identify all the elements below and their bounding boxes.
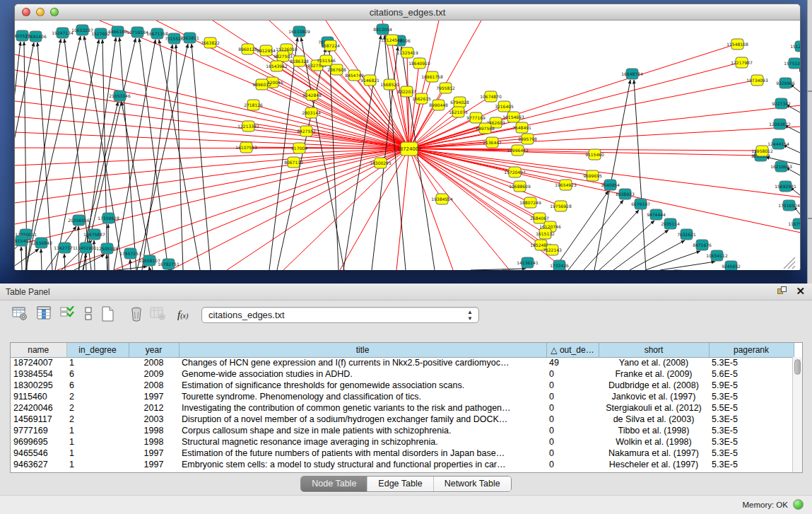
cell-short[interactable]: de Silva et al. (2003)	[599, 414, 709, 425]
cell-year[interactable]: 1998	[129, 425, 179, 436]
cell-out_de[interactable]: 0	[546, 391, 599, 402]
cell-in_degree[interactable]: 1	[66, 425, 129, 436]
cell-name[interactable]: 9115460	[11, 391, 66, 402]
graph-node[interactable]: 1621075	[449, 107, 468, 117]
graph-node[interactable]: 12156843	[30, 238, 52, 248]
cell-title[interactable]: Estimation of significance thresholds fo…	[179, 380, 546, 391]
tab-node-table[interactable]: Node Table	[301, 477, 367, 491]
graph-node[interactable]: 6679197	[631, 199, 650, 209]
cell-in_degree[interactable]: 2	[66, 391, 129, 402]
column-header-year[interactable]: year	[129, 343, 179, 357]
column-header-pagerank[interactable]: pagerank	[709, 343, 794, 357]
table-row[interactable]: 969969511998Structural magnetic resonanc…	[11, 436, 794, 448]
cell-in_degree[interactable]: 1	[66, 436, 129, 448]
table-row[interactable]: 946554611997Estimation of the future num…	[11, 448, 794, 459]
graph-node[interactable]: 1527602	[91, 28, 110, 39]
cell-in_degree[interactable]: 1	[66, 357, 129, 368]
cell-out_de[interactable]: 0	[546, 414, 599, 425]
graph-node[interactable]: 8813054	[373, 24, 392, 35]
cell-pagerank[interactable]: 5.9E-5	[709, 380, 794, 391]
graph-node[interactable]: 16107553	[235, 142, 257, 153]
cell-pagerank[interactable]: 5.3E-5	[709, 391, 794, 402]
table-row[interactable]: 911546021997Tourette syndrome. Phenomeno…	[11, 391, 794, 402]
graph-node[interactable]: 16210643	[770, 161, 792, 172]
column-header-name[interactable]: name	[11, 343, 66, 357]
graph-node[interactable]: 11675309	[788, 218, 800, 229]
cell-title[interactable]: Genome-wide association studies in ADHD.	[179, 368, 546, 380]
graph-node[interactable]: 19654923	[555, 180, 577, 190]
cell-year[interactable]: 1998	[129, 436, 179, 448]
float-panel-icon[interactable]	[777, 286, 787, 296]
cell-title[interactable]: Investigating the contribution of common…	[179, 402, 546, 414]
row-select-icon[interactable]	[60, 306, 74, 324]
cell-out_de[interactable]: 0	[546, 368, 599, 380]
table-row[interactable]: 1456911722003Disruption of a novel membe…	[11, 414, 794, 425]
graph-node[interactable]: 2718126	[244, 100, 263, 110]
graph-node[interactable]: 15751074	[784, 58, 800, 69]
row-height-icon[interactable]	[85, 306, 93, 325]
cell-out_de[interactable]: 0	[546, 402, 599, 414]
node-table-grid[interactable]: namein_degreeyeartitle△ out_de…shortpage…	[11, 343, 794, 470]
table-row[interactable]: 1872400712008Changes of HCN gene express…	[11, 357, 794, 368]
graph-node[interactable]: 10154693	[502, 112, 524, 122]
cell-name[interactable]: 9699695	[11, 436, 66, 448]
graph-node[interactable]: 10653287	[71, 25, 93, 35]
cell-short[interactable]: Jankovic et al. (1997)	[599, 391, 709, 402]
cell-name[interactable]: 9777169	[11, 425, 66, 436]
table-vertical-scrollbar[interactable]	[792, 357, 802, 473]
delete-column-icon[interactable]	[129, 306, 143, 325]
cell-name[interactable]: 14569117	[11, 414, 66, 425]
tab-edge-table[interactable]: Edge Table	[367, 477, 433, 491]
table-row[interactable]: 1830029562008Estimation of significance …	[11, 380, 794, 391]
graph-node[interactable]: 10719184	[126, 27, 148, 37]
graph-node[interactable]: 10996442	[507, 145, 529, 156]
graph-node[interactable]: 16782751	[158, 259, 180, 269]
graph-node[interactable]: 10654112	[706, 250, 728, 261]
graph-node[interactable]: 11325419	[396, 47, 418, 58]
cell-year[interactable]: 1997	[129, 448, 179, 459]
cell-name[interactable]: 9463627	[11, 459, 66, 470]
graph-node[interactable]: 16033809	[288, 26, 310, 37]
cell-pagerank[interactable]: 5.3E-5	[709, 448, 794, 459]
cell-pagerank[interactable]: 5.3E-5	[709, 436, 794, 448]
graph-node[interactable]: 15720407	[504, 167, 526, 177]
cell-year[interactable]: 2008	[129, 357, 179, 368]
results-panel-edge[interactable]	[807, 0, 812, 284]
column-header-out_de[interactable]: △ out_de…	[546, 343, 599, 357]
cell-pagerank[interactable]: 5.5E-5	[709, 402, 794, 414]
cell-short[interactable]: Stergiakouli et al. (2012)	[599, 402, 709, 414]
graph-node[interactable]: 6794028	[450, 97, 469, 107]
cell-year[interactable]: 2003	[129, 414, 179, 425]
column-header-in_degree[interactable]: in_degree	[66, 343, 129, 357]
citation-network-graph[interactable]: 1405571427691406193471341065328715276026…	[15, 21, 800, 270]
cell-title[interactable]: Changes of HCN gene expression and I(f) …	[179, 357, 546, 368]
graph-node[interactable]: 8471676	[693, 240, 712, 250]
graph-node[interactable]: 11548108	[726, 39, 748, 49]
cell-title[interactable]: Disruption of a novel member of a sodium…	[179, 414, 546, 425]
cell-short[interactable]: Yano et al. (2008)	[599, 357, 709, 368]
graph-node[interactable]: 1640954	[601, 180, 620, 190]
table-row[interactable]: 1938455462009Genome-wide association stu…	[11, 368, 794, 380]
network-window-titlebar[interactable]: citations_edges.txt	[15, 4, 800, 21]
cell-name[interactable]: 9465546	[11, 448, 66, 459]
graph-node[interactable]: 16648784	[621, 69, 643, 79]
table-selector-dropdown[interactable]: citations_edges.txt ▲▼	[201, 307, 479, 323]
cell-out_de[interactable]: 0	[546, 380, 599, 391]
cell-pagerank[interactable]: 5.3E-5	[709, 357, 794, 368]
cell-out_de[interactable]: 49	[546, 357, 599, 368]
cell-short[interactable]: Tibbo et al. (1998)	[599, 425, 709, 436]
graph-node[interactable]: 14136141	[517, 257, 539, 268]
graph-node[interactable]: 2935114	[661, 218, 680, 229]
cell-short[interactable]: Wolkin et al. (1998)	[599, 436, 709, 448]
table-row[interactable]: 977716911998Corpus callosum shape and si…	[11, 425, 794, 436]
cell-out_de[interactable]: 0	[546, 436, 599, 448]
graph-node[interactable]: 8995798	[518, 134, 537, 144]
graph-node[interactable]: 19734093	[746, 75, 768, 86]
cell-in_degree[interactable]: 1	[66, 448, 129, 459]
column-header-short[interactable]: short	[599, 343, 709, 357]
graph-node[interactable]: 19756928	[550, 201, 572, 211]
function-builder-icon[interactable]: f(x)	[177, 309, 188, 321]
graph-node[interactable]: 15124549	[790, 41, 800, 52]
cell-year[interactable]: 1997	[129, 459, 179, 470]
graph-node[interactable]: 6466160	[108, 26, 127, 37]
